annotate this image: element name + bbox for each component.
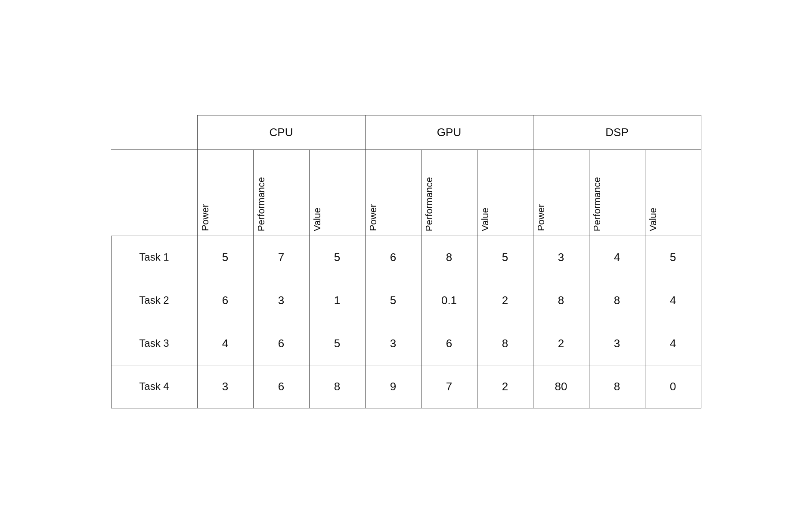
task1-dsp-value: 5: [645, 236, 701, 279]
group-header-dsp: DSP: [533, 115, 701, 149]
task1-dsp-performance: 4: [589, 236, 645, 279]
task4-cpu-value: 8: [309, 365, 365, 408]
gpu-power-header: Power: [365, 149, 421, 236]
task2-gpu-power: 5: [365, 279, 421, 322]
corner-cell: [111, 115, 197, 149]
task3-dsp-performance: 3: [589, 322, 645, 365]
task4-dsp-power: 80: [533, 365, 589, 408]
task1-gpu-value: 5: [477, 236, 533, 279]
task4-cpu-performance: 6: [253, 365, 309, 408]
table-row: Task 4 3 6 8 9 7 2 80 8 0: [111, 365, 701, 408]
gpu-performance-header: Performance: [421, 149, 477, 236]
task3-cpu-value: 5: [309, 322, 365, 365]
corner-cell-2: [111, 149, 197, 236]
cpu-value-header: Value: [309, 149, 365, 236]
task2-dsp-power: 8: [533, 279, 589, 322]
task3-gpu-performance: 6: [421, 322, 477, 365]
group-header-cpu: CPU: [197, 115, 365, 149]
task1-label: Task 1: [111, 236, 197, 279]
dsp-value-header: Value: [645, 149, 701, 236]
task4-gpu-power: 9: [365, 365, 421, 408]
task3-dsp-value: 4: [645, 322, 701, 365]
task4-gpu-value: 2: [477, 365, 533, 408]
task3-label: Task 3: [111, 322, 197, 365]
task2-dsp-value: 4: [645, 279, 701, 322]
cpu-power-header: Power: [197, 149, 253, 236]
table-row: Task 2 6 3 1 5 0.1 2 8 8 4: [111, 279, 701, 322]
task3-dsp-power: 2: [533, 322, 589, 365]
task3-cpu-performance: 6: [253, 322, 309, 365]
task4-dsp-value: 0: [645, 365, 701, 408]
task2-gpu-value: 2: [477, 279, 533, 322]
group-header-gpu: GPU: [365, 115, 533, 149]
main-table: CPU GPU DSP Power Performance Value: [111, 115, 701, 408]
task2-dsp-performance: 8: [589, 279, 645, 322]
task2-label: Task 2: [111, 279, 197, 322]
task2-cpu-performance: 3: [253, 279, 309, 322]
task2-cpu-value: 1: [309, 279, 365, 322]
table-container: CPU GPU DSP Power Performance Value: [0, 98, 812, 426]
dsp-power-header: Power: [533, 149, 589, 236]
task4-gpu-performance: 7: [421, 365, 477, 408]
task1-cpu-power: 5: [197, 236, 253, 279]
task3-gpu-value: 8: [477, 322, 533, 365]
task4-label: Task 4: [111, 365, 197, 408]
task3-cpu-power: 4: [197, 322, 253, 365]
task1-cpu-performance: 7: [253, 236, 309, 279]
task4-cpu-power: 3: [197, 365, 253, 408]
task1-gpu-power: 6: [365, 236, 421, 279]
table-row: Task 3 4 6 5 3 6 8 2 3 4: [111, 322, 701, 365]
task4-dsp-performance: 8: [589, 365, 645, 408]
task2-gpu-performance: 0.1: [421, 279, 477, 322]
dsp-performance-header: Performance: [589, 149, 645, 236]
table-row: Task 1 5 7 5 6 8 5 3 4 5: [111, 236, 701, 279]
task2-cpu-power: 6: [197, 279, 253, 322]
task1-gpu-performance: 8: [421, 236, 477, 279]
cpu-performance-header: Performance: [253, 149, 309, 236]
task1-dsp-power: 3: [533, 236, 589, 279]
gpu-value-header: Value: [477, 149, 533, 236]
task1-cpu-value: 5: [309, 236, 365, 279]
task3-gpu-power: 3: [365, 322, 421, 365]
